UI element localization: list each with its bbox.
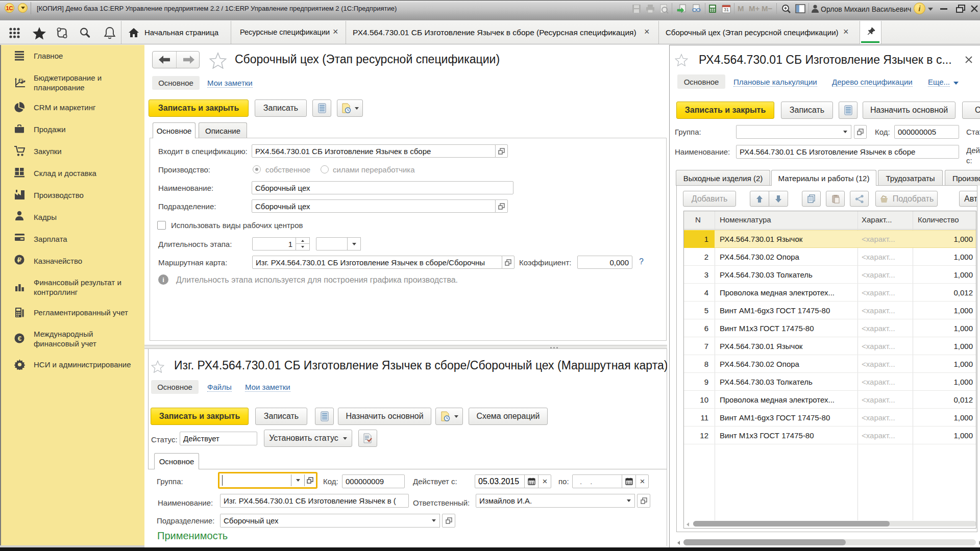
svg-text:₽: ₽ [19,78,22,83]
svg-text:€: € [18,335,22,342]
svg-text:₽: ₽ [17,256,22,264]
svg-text:31: 31 [724,7,729,12]
